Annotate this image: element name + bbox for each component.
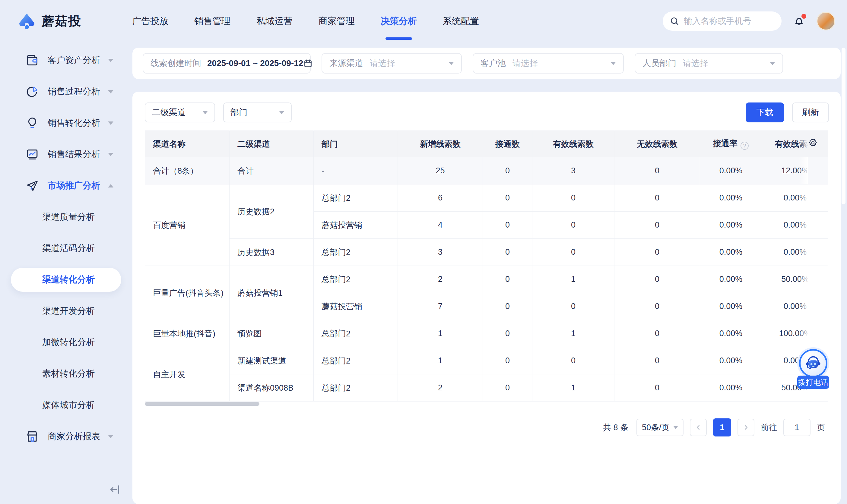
chevron-down-icon: [448, 62, 454, 65]
sidebar-subitem[interactable]: 渠道活码分析: [0, 233, 132, 264]
ai-assistant-widget[interactable]: 拨打电话: [797, 347, 829, 389]
table-cell: 0.00%: [700, 239, 762, 266]
sidebar-group-item[interactable]: 商家分析报表: [0, 421, 132, 452]
table-cell: 预览图: [230, 320, 314, 347]
table-filters: 二级渠道部门: [145, 103, 292, 122]
brand: 蘑菇投: [17, 0, 82, 42]
column-header: 有效线索数: [532, 131, 614, 157]
chevron-down-icon: [108, 90, 113, 93]
table-cell: 0: [614, 266, 700, 293]
user-avatar[interactable]: [816, 12, 835, 31]
global-search[interactable]: [663, 12, 781, 31]
table-cell: 历史数据2: [230, 184, 314, 239]
date-range-picker[interactable]: 线索创建时间 2025-09-01 ~ 2025-09-12: [143, 53, 311, 74]
table-cell: 蘑菇投营销1: [230, 266, 314, 320]
download-button[interactable]: 下载: [746, 103, 784, 122]
chevron-down-icon: [202, 111, 208, 114]
chevron-down-icon: [611, 62, 616, 65]
column-header: 无效线索数: [614, 131, 700, 157]
column-header: 有效线索率: [762, 131, 808, 157]
table-cell-settings: [808, 320, 828, 347]
nav-item[interactable]: 商家管理: [319, 0, 355, 42]
chevron-up-icon: [108, 184, 113, 187]
table-row: 自主开发新建测试渠道总部门210000.00%0.00%: [145, 347, 828, 374]
table-cell: 0.00%: [762, 293, 808, 320]
sidebar-group-item[interactable]: 客户资产分析: [0, 44, 132, 76]
search-input[interactable]: [684, 16, 793, 26]
table-cell: 0.00%: [700, 212, 762, 239]
sidebar-group-item[interactable]: 销售转化分析: [0, 107, 132, 139]
dropdown-value: 部门: [230, 107, 247, 118]
table-cell: 12.00%: [762, 157, 808, 184]
table-cell: 0.00%: [700, 293, 762, 320]
call-button[interactable]: 拨打电话: [797, 376, 829, 389]
sidebar-collapse-button[interactable]: [108, 483, 122, 496]
prev-page-button[interactable]: [690, 419, 707, 436]
page-number-current[interactable]: 1: [713, 418, 731, 436]
nav-item[interactable]: 销售管理: [194, 0, 230, 42]
next-page-button[interactable]: [738, 419, 754, 436]
filter-select[interactable]: 来源渠道请选择: [321, 53, 462, 74]
nav-item[interactable]: 系统配置: [443, 0, 479, 42]
table-cell: 0: [614, 347, 700, 374]
table-cell: 0: [532, 347, 614, 374]
table-cell: 历史数据3: [230, 239, 314, 266]
table-cell: 0: [483, 239, 532, 266]
table-cell: 0: [532, 184, 614, 212]
table-cell: 蘑菇投营销: [314, 212, 398, 239]
sidebar-subitem[interactable]: 渠道质量分析: [0, 201, 132, 233]
filter-select[interactable]: 客户池请选择: [473, 53, 624, 74]
table-cell: 1: [398, 347, 483, 374]
sidebar: 客户资产分析销售过程分析销售转化分析销售结果分析市场推广分析渠道质量分析渠道活码…: [0, 42, 132, 504]
table-cell: 0: [532, 239, 614, 266]
table-cell: 0: [532, 212, 614, 239]
notification-bell[interactable]: [793, 15, 805, 28]
refresh-button[interactable]: 刷新: [792, 103, 829, 122]
table-cell: 0.00%: [762, 239, 808, 266]
sidebar-group-item[interactable]: 销售结果分析: [0, 139, 132, 170]
report-toolbar: 二级渠道部门 下载 刷新: [145, 103, 829, 122]
help-icon[interactable]: ?: [741, 142, 749, 150]
table-cell: 1: [532, 320, 614, 347]
table-cell: 巨量本地推(抖音): [145, 320, 230, 347]
brand-name: 蘑菇投: [42, 13, 82, 30]
page-size-value: 50条/页: [642, 422, 670, 433]
vertical-scrollbar-thumb[interactable]: [842, 48, 846, 204]
calendar-icon: [303, 58, 313, 68]
table-cell: 1: [532, 266, 614, 293]
table-filter-dropdown[interactable]: 二级渠道: [145, 103, 215, 122]
gear-icon[interactable]: [808, 138, 818, 148]
sidebar-subitem[interactable]: 素材转化分析: [0, 358, 132, 390]
sidebar-subitem[interactable]: 媒体城市分析: [0, 390, 132, 421]
horizontal-scrollbar-thumb[interactable]: [145, 402, 260, 406]
nav-item[interactable]: 广告投放: [132, 0, 168, 42]
sidebar-group-item[interactable]: 销售过程分析: [0, 76, 132, 107]
sidebar-subitem[interactable]: 加微转化分析: [0, 327, 132, 358]
filter-label: 来源渠道: [330, 58, 363, 69]
pagination-total: 共 8 条: [603, 422, 628, 433]
table-cell: 0.00%: [700, 320, 762, 347]
table-row: 巨量广告(抖音头条)蘑菇投营销1总部门220100.00%50.00%: [145, 266, 828, 293]
notification-badge: [801, 14, 806, 19]
nav-item[interactable]: 私域运营: [257, 0, 293, 42]
table-cell: 7: [398, 293, 483, 320]
table-cell: 0.00%: [700, 266, 762, 293]
table-cell: 4: [398, 212, 483, 239]
sidebar-subitem[interactable]: 渠道转化分析: [11, 268, 121, 292]
table-cell: 0: [614, 293, 700, 320]
filter-select[interactable]: 人员部门请选择: [635, 53, 783, 74]
plane-icon: [25, 179, 39, 193]
app-header: 蘑菇投 广告投放销售管理私域运营商家管理决策分析系统配置: [0, 0, 847, 42]
robot-icon[interactable]: [797, 347, 829, 379]
column-header: 接通率?: [700, 131, 762, 157]
page-size-select[interactable]: 50条/页: [636, 419, 684, 436]
table-row: 渠道名称0908B总部门220100.00%50.00%: [145, 374, 828, 401]
table-cell: 0: [614, 212, 700, 239]
sidebar-group-item[interactable]: 市场推广分析: [0, 170, 132, 201]
table-row: 合计（8条）合计-250300.00%12.00%: [145, 157, 828, 184]
sidebar-subitem[interactable]: 渠道开发分析: [0, 295, 132, 327]
nav-item[interactable]: 决策分析: [381, 0, 417, 42]
header-right: [663, 0, 835, 42]
table-filter-dropdown[interactable]: 部门: [223, 103, 292, 122]
goto-page-input[interactable]: [783, 419, 811, 436]
